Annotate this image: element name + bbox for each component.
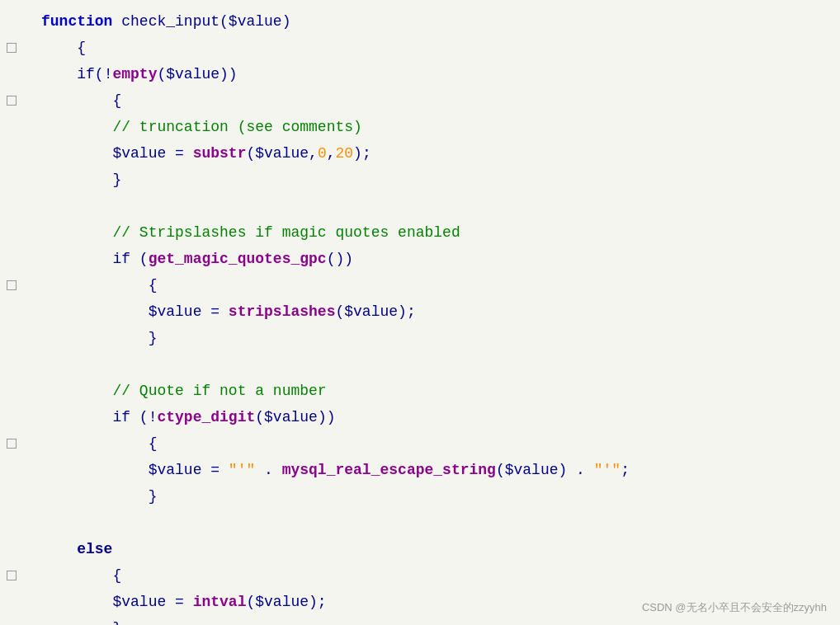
token: (! bbox=[95, 66, 113, 82]
code-text: if(!empty($value)) bbox=[41, 61, 238, 87]
token: "'" bbox=[229, 462, 255, 478]
token: ($value, bbox=[246, 145, 317, 162]
token: ($value)) bbox=[255, 409, 335, 425]
code-line: // Stripslashes if magic quotes enabled bbox=[41, 219, 840, 246]
code-text: // truncation (see comments) bbox=[41, 114, 362, 140]
line-marker bbox=[7, 571, 17, 580]
token: stripslashes bbox=[229, 303, 336, 320]
watermark: CSDN @无名小卒且不会安全的zzyyhh bbox=[642, 600, 827, 615]
code-block: function check_input($value) { if(!empty… bbox=[0, 8, 840, 625]
code-line: if (get_magic_quotes_gpc()) bbox=[41, 246, 840, 272]
token: } bbox=[149, 330, 158, 346]
token: 0 bbox=[318, 145, 327, 162]
code-line: // Quote if not a number bbox=[41, 378, 840, 404]
code-text: { bbox=[41, 562, 121, 589]
code-text: } bbox=[41, 483, 157, 510]
token: if bbox=[77, 66, 95, 82]
code-line: $value = "'" . mysql_real_escape_string(… bbox=[41, 457, 840, 483]
token: ctype_digit bbox=[157, 409, 255, 425]
code-text: if (get_magic_quotes_gpc()) bbox=[41, 246, 353, 272]
token: ); bbox=[353, 145, 371, 162]
code-line: } bbox=[41, 167, 840, 193]
code-text: } bbox=[41, 167, 121, 193]
code-line: { bbox=[41, 430, 840, 457]
token: } bbox=[149, 488, 158, 505]
token: ($value)) bbox=[157, 66, 237, 82]
token: $value = bbox=[149, 462, 229, 478]
token: ($value) . bbox=[496, 462, 594, 478]
line-marker bbox=[7, 96, 17, 106]
code-line: { bbox=[41, 272, 840, 298]
code-text: else bbox=[41, 536, 112, 562]
token: $value = bbox=[112, 145, 192, 162]
code-line: $value = stripslashes($value); bbox=[41, 298, 840, 325]
code-line: // truncation (see comments) bbox=[41, 114, 840, 140]
code-line: } bbox=[41, 615, 840, 625]
code-text: { bbox=[41, 87, 121, 114]
code-line: } bbox=[41, 483, 840, 510]
code-container: function check_input($value) { if(!empty… bbox=[0, 0, 840, 625]
token: check_input($value) bbox=[112, 13, 290, 30]
code-text: { bbox=[41, 272, 157, 298]
code-line: function check_input($value) bbox=[41, 8, 840, 35]
token: if bbox=[112, 251, 130, 267]
code-line: { bbox=[41, 35, 840, 61]
code-line: $value = substr($value,0,20); bbox=[41, 140, 840, 167]
token: { bbox=[149, 435, 158, 452]
line-marker bbox=[7, 280, 17, 290]
code-text: $value = intval($value); bbox=[41, 589, 327, 615]
token: { bbox=[112, 567, 121, 584]
token: substr bbox=[193, 145, 247, 162]
code-line bbox=[41, 351, 840, 378]
token: { bbox=[149, 277, 158, 294]
code-text: // Stripslashes if magic quotes enabled bbox=[41, 219, 460, 246]
code-line bbox=[41, 510, 840, 536]
line-marker bbox=[7, 43, 17, 53]
code-text: if (!ctype_digit($value)) bbox=[41, 404, 335, 430]
code-line: { bbox=[41, 562, 840, 589]
token: $value = bbox=[149, 303, 229, 320]
token: function bbox=[41, 13, 112, 30]
token: . bbox=[255, 462, 281, 478]
line-marker bbox=[7, 439, 17, 449]
token: $value = bbox=[112, 594, 192, 610]
code-text: // Quote if not a number bbox=[41, 378, 327, 404]
token: intval bbox=[193, 594, 247, 610]
token: { bbox=[112, 92, 121, 109]
token: else bbox=[77, 541, 112, 557]
token: { bbox=[77, 40, 86, 56]
code-line bbox=[41, 193, 840, 219]
token: empty bbox=[112, 66, 157, 82]
code-text: { bbox=[41, 35, 86, 61]
token: "'" bbox=[594, 462, 621, 478]
token: ; bbox=[621, 462, 630, 478]
code-text: $value = stripslashes($value); bbox=[41, 298, 416, 325]
token: ()) bbox=[327, 251, 353, 267]
code-line: } bbox=[41, 325, 840, 351]
code-line: else bbox=[41, 536, 840, 562]
token: } bbox=[112, 620, 121, 625]
token: // Stripslashes if magic quotes enabled bbox=[112, 224, 460, 241]
code-text: } bbox=[41, 615, 121, 625]
token: get_magic_quotes_gpc bbox=[149, 251, 327, 267]
code-text: function check_input($value) bbox=[41, 8, 290, 35]
token: (! bbox=[130, 409, 157, 425]
code-text: $value = substr($value,0,20); bbox=[41, 140, 371, 167]
token: } bbox=[112, 172, 121, 188]
code-text: { bbox=[41, 430, 157, 457]
code-text: $value = "'" . mysql_real_escape_string(… bbox=[41, 457, 630, 483]
token: ($value); bbox=[246, 594, 326, 610]
token: 20 bbox=[336, 145, 354, 162]
code-line: { bbox=[41, 87, 840, 114]
token: if bbox=[112, 409, 130, 425]
code-line: if (!ctype_digit($value)) bbox=[41, 404, 840, 430]
token: // truncation (see comments) bbox=[112, 119, 361, 135]
code-text: } bbox=[41, 325, 157, 351]
token: ( bbox=[130, 251, 149, 267]
token: ($value); bbox=[335, 303, 415, 320]
token: , bbox=[327, 145, 336, 162]
token: // Quote if not a number bbox=[112, 383, 326, 399]
code-line: if(!empty($value)) bbox=[41, 61, 840, 87]
token: mysql_real_escape_string bbox=[282, 462, 496, 478]
